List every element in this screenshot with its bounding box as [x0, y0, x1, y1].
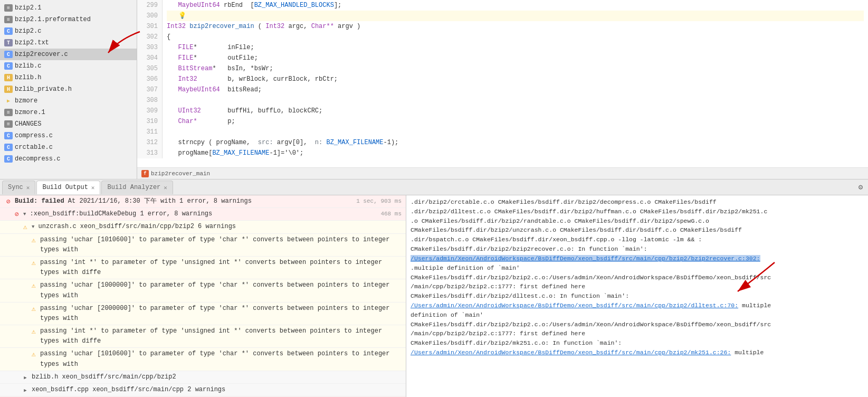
build-right-line-2: .dir/bzip2/dlltest.c.o CMakeFiles/bsdiff…: [411, 207, 864, 216]
build-right-line-4: CMakeFiles/bsdiff.dir/bzip2/unzcrash.c.o…: [411, 225, 864, 235]
c-file-icon: C: [4, 144, 13, 151]
build-right-line-5: .dir/bspatch.c.o CMakeFiles/bsdiff.dir/x…: [411, 235, 864, 244]
build-text-0: Build: failed At 2021/11/16, 8:30 下午 wit…: [15, 196, 352, 206]
file-tree-item-bzlib.h[interactable]: H bzlib.h: [0, 72, 137, 83]
file-tree-item-bzmore.1[interactable]: ≡ bzmore.1: [0, 107, 137, 118]
build-right-text: .dir/bzip2/crctable.c.o CMakeFiles/bsdif…: [411, 197, 864, 357]
build-row-0[interactable]: ⊘ Build: failed At 2021/11/16, 8:30 下午 w…: [0, 195, 406, 208]
build-row-6[interactable]: ⚠ passing 'uchar [2000000]' to parameter…: [0, 303, 406, 325]
c-file-icon: C: [4, 155, 13, 163]
build-right-line-10: /main/cpp/bzip2/bzip2.c:1777: first defi…: [411, 282, 864, 291]
txt-file-icon: T: [4, 39, 13, 46]
doc-icon: ≡: [4, 4, 13, 12]
c-file-icon: C: [4, 132, 13, 139]
breadcrumb-function: bzip2recover_main: [151, 171, 210, 177]
settings-icon[interactable]: ⚙: [855, 182, 866, 193]
file-tree-item-bzlib.c[interactable]: C bzlib.c: [0, 60, 137, 72]
h-file-icon: H: [4, 86, 13, 93]
build-text-6: passing 'uchar [2000000]' to parameter o…: [40, 304, 402, 324]
file-tree: ≡ bzip2.1 ≡ bzip2.1.preformatted C bzip2…: [0, 0, 137, 179]
line-numbers: 299 300 301 302 303 304 305 306 307 308 …: [137, 0, 163, 158]
build-right-panel: .dir/bzip2/crctable.c.o CMakeFiles/bsdif…: [406, 195, 868, 397]
tab-build-output-close[interactable]: ✕: [91, 184, 95, 191]
h-file-icon: H: [4, 74, 13, 81]
code-line-300: 💡: [167, 11, 864, 21]
build-text-8: passing 'uchar [1010600]' to parameter o…: [40, 349, 402, 369]
top-pane: ≡ bzip2.1 ≡ bzip2.1.preformatted C bzip2…: [0, 0, 868, 179]
tab-sync-close[interactable]: ✕: [26, 184, 30, 191]
expand-icon-9: [21, 373, 30, 382]
c-file-icon: C: [4, 27, 13, 35]
warn-icon-2: ⚠: [21, 223, 30, 231]
doc-icon: ≡: [4, 109, 13, 116]
file-tree-item-bzip2.1[interactable]: ≡ bzip2.1: [0, 2, 137, 14]
file-tree-item-decompress.c[interactable]: C decompress.c: [0, 153, 137, 165]
build-row-4[interactable]: ⚠ passing 'int *' to parameter of type '…: [0, 257, 406, 279]
code-line-310: Char* p;: [167, 116, 864, 127]
tab-build-output[interactable]: Build Output ✕: [36, 181, 100, 194]
build-text-4: passing 'int *' to parameter of type 'un…: [40, 258, 402, 278]
build-row-10[interactable]: xeon_bsdiff.cpp xeon_bsdiff/src/main/cpp…: [0, 384, 406, 396]
build-text-1: :xeon_bsdiff:buildCMakeDebug 1 error, 8 …: [23, 209, 376, 219]
build-text-9: bzlib.h xeon_bsdiff/src/main/cpp/bzip2: [32, 372, 402, 382]
c-file-icon: C: [4, 51, 13, 58]
file-tree-item-bzmore[interactable]: ▶ bzmore: [0, 95, 137, 107]
code-line-306: Int32 b, wrBlock, currBlock, rbCtr;: [167, 74, 864, 84]
build-right-line-8: .multiple definition of `main': [411, 263, 864, 273]
tab-sync[interactable]: Sync ✕: [2, 181, 35, 194]
file-tree-item-bzip2recover.c[interactable]: C bzip2recover.c: [0, 49, 137, 60]
build-right-line-7[interactable]: /Users/admin/Xeon/AndroidWorkspace/BsDif…: [411, 254, 864, 263]
code-line-303: FILE* inFile;: [167, 42, 864, 53]
build-right-line-13: definition of `main': [411, 310, 864, 320]
tab-bar: Sync ✕ Build Output ✕ Build Analyzer ✕ ⚙: [0, 179, 868, 195]
build-right-line-17[interactable]: /Users/admin/Xeon/AndroidWorkspace/BsDif…: [411, 348, 864, 357]
breadcrumb-bar: f bzip2recover_main: [137, 167, 868, 179]
file-tree-item-crctable.c[interactable]: C crctable.c: [0, 141, 137, 153]
c-file-icon: C: [4, 62, 13, 70]
code-line-304: FILE* outFile;: [167, 53, 864, 63]
code-line-309: UInt32 buffHi, buffLo, blockCRC;: [167, 106, 864, 116]
warn-icon-6: ⚠: [30, 305, 38, 313]
error-icon-0: ⊘: [4, 197, 13, 206]
link-dlltest[interactable]: /Users/admin/Xeon/AndroidWorkspace/BsDif…: [411, 302, 738, 309]
code-editor[interactable]: 299 300 301 302 303 304 305 306 307 308 …: [137, 0, 868, 167]
link-mk251[interactable]: /Users/admin/Xeon/AndroidWorkspace/BsDif…: [411, 349, 731, 356]
build-row-5[interactable]: ⚠ passing 'uchar [1000000]' to parameter…: [0, 279, 406, 302]
code-line-313: progName[BZ_MAX_FILENAME-1]='\0';: [167, 148, 864, 158]
error-icon-1: ⊘: [13, 210, 21, 219]
build-row-1[interactable]: ⊘ :xeon_bsdiff:buildCMakeDebug 1 error, …: [0, 208, 406, 221]
file-tree-item-bzip2.txt[interactable]: T bzip2.txt: [0, 37, 137, 49]
code-line-312: strncpy ( progName, src: argv[0], n: BZ_…: [167, 137, 864, 148]
file-tree-item-compress.c[interactable]: C compress.c: [0, 130, 137, 141]
build-right-line-11: CMakeFiles/bsdiff.dir/bzip2/dlltest.c.o:…: [411, 291, 864, 301]
warn-icon-7: ⚠: [30, 327, 38, 336]
build-text-10: xeon_bsdiff.cpp xeon_bsdiff/src/main/cpp…: [32, 385, 402, 395]
code-lines: MaybeUInt64 rbEnd [BZ_MAX_HANDLED_BLOCKS…: [163, 0, 868, 158]
warn-icon-4: ⚠: [30, 259, 38, 267]
build-row-7[interactable]: ⚠ passing 'int *' to parameter of type '…: [0, 325, 406, 348]
build-row-8[interactable]: ⚠ passing 'uchar [1010600]' to parameter…: [0, 348, 406, 371]
build-row-3[interactable]: ⚠ passing 'uchar [1010600]' to parameter…: [0, 234, 406, 257]
file-tree-item-bzip2.c[interactable]: C bzip2.c: [0, 25, 137, 37]
build-row-9[interactable]: bzlib.h xeon_bsdiff/src/main/cpp/bzip2: [0, 371, 406, 384]
build-row-2[interactable]: ⚠ unzcrash.c xeon_bsdiff/src/main/cpp/bz…: [0, 221, 406, 233]
tab-build-analyzer[interactable]: Build Analyzer ✕: [101, 181, 173, 194]
warn-icon-8: ⚠: [30, 350, 38, 358]
link-bzip2recover[interactable]: /Users/admin/Xeon/AndroidWorkspace/BsDif…: [411, 255, 760, 262]
build-time-0: 1 sec, 903 ms: [356, 196, 402, 204]
build-text-7: passing 'int *' to parameter of type 'un…: [40, 326, 402, 346]
build-text-5: passing 'uchar [1000000]' to parameter o…: [40, 280, 402, 300]
function-icon: f: [141, 170, 149, 177]
file-tree-item-bzip2.1.preformatted[interactable]: ≡ bzip2.1.preformatted: [0, 14, 137, 25]
file-tree-item-CHANGES[interactable]: ≡ CHANGES: [0, 118, 137, 130]
file-tree-item-bzlib_private.h[interactable]: H bzlib_private.h: [0, 83, 137, 95]
build-text-3: passing 'uchar [1010600]' to parameter o…: [40, 235, 402, 255]
build-left-panel: ⊘ Build: failed At 2021/11/16, 8:30 下午 w…: [0, 195, 406, 397]
code-line-301: Int32 bzip2recover_main ( Int32 argc, Ch…: [167, 21, 864, 32]
tab-build-analyzer-close[interactable]: ✕: [164, 184, 167, 191]
warn-icon-5: ⚠: [30, 281, 38, 290]
doc-icon: ≡: [4, 120, 13, 128]
code-line-307: MaybeUInt64 bitsRead;: [167, 84, 864, 95]
build-right-line-12[interactable]: /Users/admin/Xeon/AndroidWorkspace/BsDif…: [411, 301, 864, 310]
code-line-302: {: [167, 32, 864, 42]
